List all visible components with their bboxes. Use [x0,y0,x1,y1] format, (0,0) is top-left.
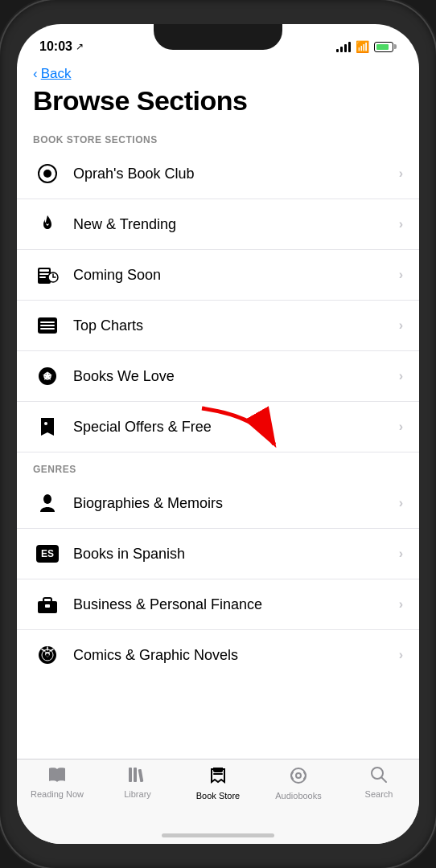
status-icons: 📶 [336,40,397,53]
biographies-label: Biographies & Memoirs [73,495,399,512]
list-item-books-we-love[interactable]: Books We Love › [17,351,419,402]
svg-rect-22 [129,768,132,782]
svg-rect-5 [39,276,46,278]
battery-fill [376,44,389,50]
tab-audiobooks[interactable]: Audiobooks [258,766,339,800]
svg-point-26 [291,768,306,783]
tab-book-store[interactable]: Book Store [178,766,258,800]
search-label: Search [365,789,393,799]
book-store-label: Book Store [196,791,240,800]
biographies-icon [33,489,62,518]
reading-now-label: Reading Now [31,789,84,799]
back-label: Back [41,66,72,82]
comics-chevron-icon: › [399,648,403,662]
list-item-spanish[interactable]: ES Books in Spanish › [17,529,419,579]
svg-rect-10 [40,328,55,330]
svg-rect-9 [40,325,55,326]
search-icon [370,766,388,787]
svg-rect-23 [134,768,137,782]
comics-icon [33,641,62,669]
special-offers-label: Special Offers & Free [73,419,399,436]
notch [154,24,282,50]
tab-reading-now[interactable]: Reading Now [17,766,97,799]
svg-rect-24 [138,769,144,782]
signal-bar-2 [340,47,343,52]
business-label: Business & Personal Finance [73,596,399,613]
page-title: Browse Sections [17,82,419,129]
special-offers-chevron-icon: › [399,420,403,434]
battery-body [374,42,393,52]
screen: 10:03 ↗ 📶 [17,24,419,844]
book-store-icon [208,766,228,788]
business-icon [33,590,62,619]
section-header-bookstore: BOOK STORE SECTIONS [17,129,419,149]
spanish-chevron-icon: › [399,547,403,561]
reading-now-icon [47,766,68,787]
top-charts-label: Top Charts [73,317,399,334]
back-button[interactable]: ‹ Back [17,59,419,82]
home-indicator [17,826,419,844]
top-charts-chevron-icon: › [399,318,403,333]
list-item-biographies[interactable]: Biographies & Memoirs › [17,478,419,529]
coming-soon-chevron-icon: › [399,268,403,282]
tab-search[interactable]: Search [339,766,419,799]
wifi-icon: 📶 [356,40,369,53]
oprah-icon [33,159,62,188]
signal-bar-1 [336,49,339,52]
top-charts-icon [33,311,62,340]
list-item-new-trending[interactable]: New & Trending › [17,199,419,250]
svg-point-1 [43,170,51,178]
biographies-chevron-icon: › [399,496,403,510]
spanish-label: Books in Spanish [73,546,399,563]
coming-soon-label: Coming Soon [73,267,399,284]
library-label: Library [124,789,151,799]
flame-icon [33,210,62,239]
list-item-special-offers[interactable]: Special Offers & Free › [17,402,419,452]
books-we-love-label: Books We Love [73,368,399,385]
tab-bar: Reading Now Library [17,759,419,826]
es-box: ES [36,545,59,563]
special-offers-icon [33,412,62,441]
spanish-icon: ES [33,539,62,568]
back-chevron-icon: ‹ [33,66,38,82]
signal-bar-3 [344,44,347,52]
list-item-comics[interactable]: Comics & Graphic Novels › [17,630,419,680]
svg-rect-4 [39,273,49,275]
new-trending-label: New & Trending [73,216,399,233]
business-chevron-icon: › [399,597,403,612]
svg-point-13 [44,422,47,425]
books-we-love-icon [33,362,62,391]
svg-rect-3 [39,269,49,272]
content-area: ‹ Back Browse Sections BOOK STORE SECTIO… [17,59,419,759]
tab-library[interactable]: Library [97,766,178,799]
svg-line-29 [381,777,386,782]
books-we-love-chevron-icon: › [399,369,403,383]
svg-rect-17 [45,604,50,608]
list-item-oprah[interactable]: Oprah's Book Club › [17,149,419,199]
audiobooks-label: Audiobooks [275,791,322,800]
svg-rect-16 [43,598,51,602]
phone-frame: 10:03 ↗ 📶 [0,0,436,868]
library-icon [127,766,148,787]
list-item-top-charts[interactable]: Top Charts › [17,301,419,351]
svg-rect-25 [213,773,223,775]
audiobooks-icon [289,766,308,788]
svg-rect-8 [40,321,55,323]
section-header-genres: GENRES [17,459,419,478]
battery-icon [374,42,397,52]
oprah-chevron-icon: › [399,166,403,181]
list-item-coming-soon[interactable]: Coming Soon › [17,250,419,301]
status-time: 10:03 [39,39,72,54]
svg-point-27 [296,773,301,778]
location-icon: ↗ [76,41,84,52]
new-trending-chevron-icon: › [399,217,403,231]
signal-bar-4 [348,42,351,52]
home-bar [162,833,274,837]
coming-soon-icon [33,260,62,289]
oprah-label: Oprah's Book Club [73,166,399,182]
svg-point-20 [46,653,49,657]
comics-label: Comics & Graphic Novels [73,647,399,664]
list-item-business[interactable]: Business & Personal Finance › [17,579,419,630]
signal-bars-icon [336,42,351,52]
battery-tip [394,44,397,49]
